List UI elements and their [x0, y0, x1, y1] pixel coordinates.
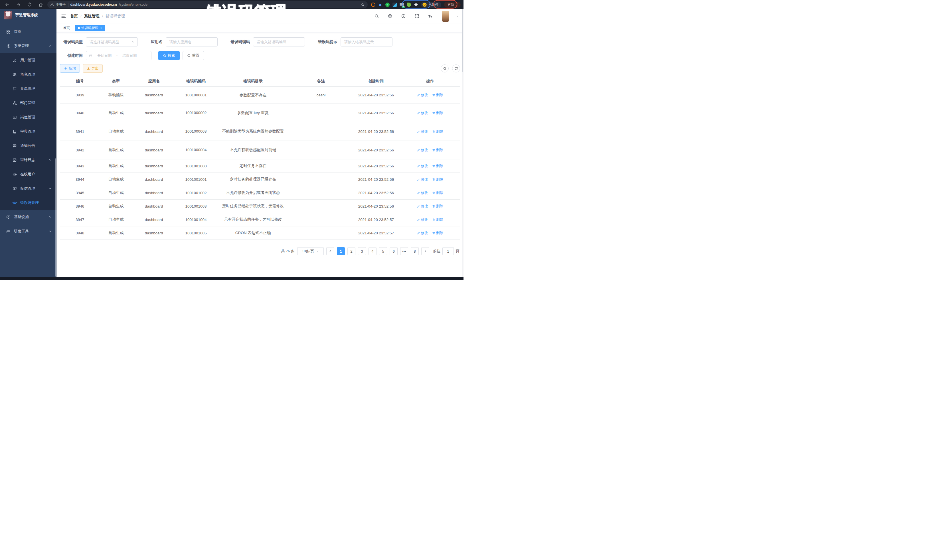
delete-link[interactable]: 删除 — [432, 204, 443, 209]
fullscreen-icon[interactable] — [415, 14, 419, 18]
error-hint-input[interactable] — [341, 38, 392, 46]
cell-id: 3944 — [60, 173, 100, 186]
delete-link[interactable]: 删除 — [432, 190, 443, 195]
sidebar-item-infra[interactable]: 基础设施 — [0, 210, 56, 224]
profile-paused-chip[interactable]: 已暂停 — [421, 2, 442, 8]
page-button-4[interactable]: 4 — [369, 247, 377, 255]
prev-page-button[interactable] — [326, 247, 334, 255]
reload-icon[interactable] — [27, 2, 32, 7]
sidebar-item-role[interactable]: 角色管理 — [0, 67, 56, 82]
extension-grid-icon[interactable] — [392, 3, 397, 7]
extension-tool-icon[interactable] — [407, 3, 411, 7]
create-time-range[interactable]: - — [86, 51, 152, 60]
add-button[interactable]: 新增 — [60, 64, 80, 73]
delete-link[interactable]: 删除 — [432, 129, 443, 134]
error-code-field[interactable] — [253, 37, 305, 47]
extension-list-icon[interactable]: on — [400, 3, 404, 7]
delete-link[interactable]: 删除 — [432, 93, 443, 97]
page-button-3[interactable]: 3 — [358, 247, 366, 255]
refresh-table-button[interactable] — [452, 64, 460, 73]
hamburger-icon[interactable] — [61, 14, 66, 19]
tab-home[interactable]: 首页 — [60, 25, 73, 31]
sidebar-item-notice[interactable]: 通知公告 — [0, 138, 56, 153]
error-code-type-input[interactable] — [86, 38, 137, 46]
delete-link[interactable]: 删除 — [432, 177, 443, 182]
delete-link[interactable]: 删除 — [432, 164, 443, 168]
page-size-select[interactable]: 10条/页 — [297, 247, 324, 255]
cell-app: dashboard — [132, 213, 176, 226]
edit-link[interactable]: 修改 — [417, 190, 428, 195]
delete-link[interactable]: 删除 — [432, 231, 443, 235]
page-button-6[interactable]: 6 — [390, 247, 398, 255]
edit-link[interactable]: 修改 — [417, 148, 428, 153]
page-button-5[interactable]: 5 — [379, 247, 387, 255]
edit-icon — [417, 218, 420, 221]
sidebar-item-menu[interactable]: 菜单管理 — [0, 82, 56, 96]
forward-icon[interactable] — [16, 2, 21, 7]
close-tab-icon[interactable]: × — [100, 27, 102, 30]
delete-link[interactable]: 删除 — [432, 111, 443, 115]
cell-ops: 修改删除 — [400, 122, 460, 141]
sidebar-item-dev-tools[interactable]: 研发工具 — [0, 224, 56, 238]
extension-gem-icon[interactable]: ◆ — [378, 3, 383, 7]
sidebar-item-home[interactable]: 首页 — [0, 24, 56, 39]
help-icon[interactable] — [401, 14, 406, 18]
sidebar-item-system[interactable]: 系统管理 — [0, 39, 56, 53]
show-search-button[interactable] — [441, 64, 449, 73]
page-button-1[interactable]: 1 — [337, 247, 345, 255]
sidebar-item-dict[interactable]: 字典管理 — [0, 124, 56, 138]
app-logo-row[interactable]: 芋道管理系统 — [0, 9, 56, 21]
date-start-input[interactable] — [94, 54, 115, 58]
github-icon[interactable] — [388, 14, 392, 18]
search-button[interactable]: 搜索 — [158, 51, 180, 60]
font-size-icon[interactable] — [428, 14, 433, 18]
back-icon[interactable] — [5, 2, 10, 7]
sidebar-item-online-user[interactable]: 在线用户 — [0, 167, 56, 181]
extensions-puzzle-icon[interactable] — [414, 3, 418, 7]
update-button[interactable]: 更新 — [444, 2, 460, 8]
avatar[interactable] — [442, 11, 449, 22]
sidebar-item-error-code[interactable]: </>错误码管理 — [0, 196, 56, 210]
header-search-icon[interactable] — [374, 14, 379, 18]
delete-link[interactable]: 删除 — [432, 148, 443, 153]
window-scrollbar[interactable] — [462, 9, 464, 277]
edit-link[interactable]: 修改 — [417, 93, 428, 97]
sidebar-item-user[interactable]: 用户管理 — [0, 53, 56, 67]
sidebar-item-post[interactable]: 岗位管理 — [0, 110, 56, 124]
edit-link[interactable]: 修改 — [417, 177, 428, 182]
tab-error-code[interactable]: 错误码管理 × — [75, 25, 105, 31]
extension-ring-icon[interactable] — [371, 3, 375, 7]
error-hint-field[interactable] — [340, 37, 392, 47]
page-ellipsis[interactable]: ••• — [400, 247, 408, 255]
browser-menu-icon[interactable] — [455, 3, 459, 6]
cell-memo — [290, 104, 352, 122]
vue-devtools-icon[interactable]: V — [385, 3, 390, 7]
goto-page-input[interactable] — [442, 247, 454, 255]
edit-link[interactable]: 修改 — [417, 111, 428, 115]
bookmark-star-icon[interactable] — [361, 3, 365, 6]
edit-link[interactable]: 修改 — [417, 217, 428, 222]
app-name-input[interactable] — [166, 38, 217, 46]
breadcrumb-system[interactable]: 系统管理 — [84, 14, 100, 19]
edit-link[interactable]: 修改 — [417, 164, 428, 168]
page-button-8[interactable]: 8 — [411, 247, 419, 255]
delete-link[interactable]: 删除 — [432, 217, 443, 222]
error-code-input[interactable] — [253, 38, 305, 46]
sidebar-item-sms[interactable]: 短信管理 — [0, 181, 56, 196]
breadcrumb-home[interactable]: 首页 — [70, 14, 78, 19]
next-page-button[interactable] — [421, 247, 429, 255]
edit-link[interactable]: 修改 — [417, 129, 428, 134]
sidebar-item-dept[interactable]: 部门管理 — [0, 96, 56, 110]
sidebar-item-audit-log[interactable]: 审计日志 — [0, 153, 56, 167]
chevron-down-icon[interactable] — [456, 15, 459, 18]
edit-link[interactable]: 修改 — [417, 204, 428, 209]
export-button[interactable]: 导出 — [83, 64, 103, 73]
page-button-2[interactable]: 2 — [347, 247, 356, 255]
home-browser-icon[interactable] — [38, 2, 43, 7]
reset-button[interactable]: 重置 — [182, 51, 204, 60]
edit-link[interactable]: 修改 — [417, 231, 428, 235]
date-end-input[interactable] — [119, 54, 140, 58]
error-code-type-select[interactable] — [86, 37, 138, 47]
app-name-field[interactable] — [166, 37, 217, 47]
sidebar-scrollbar[interactable] — [55, 158, 56, 277]
